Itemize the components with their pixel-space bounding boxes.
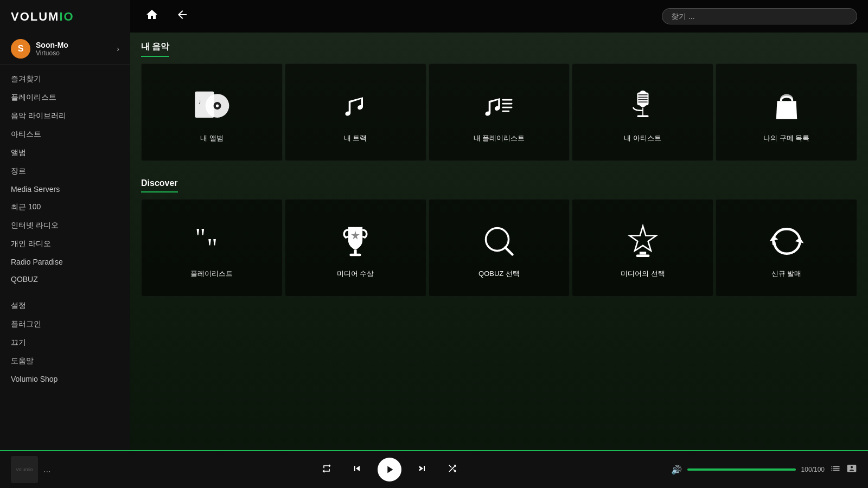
svg-text:♩: ♩ — [199, 99, 201, 105]
svg-rect-16 — [642, 108, 643, 117]
queue-button[interactable] — [830, 463, 841, 477]
card-new-releases-label: 신규 발매 — [771, 269, 802, 279]
player-bar: Volumio ... — [0, 450, 868, 488]
svg-point-3 — [216, 104, 219, 107]
svg-rect-6 — [502, 99, 512, 101]
svg-text:": " — [207, 233, 218, 260]
section-discover: Discover " " 플레이리스트 — [130, 170, 868, 305]
sidebar: VOLUMIO S Soon-Mo Virtuoso › 즐겨찾기 플레이리스트… — [0, 0, 130, 488]
content-area: 내 음악 ♩ 내 앨범 — [130, 33, 868, 488]
sidebar-item-recent-100[interactable]: 최근 100 — [0, 198, 130, 216]
volume-icon: 🔊 — [671, 465, 682, 475]
svg-marker-25 — [629, 226, 656, 251]
play-button[interactable] — [378, 458, 401, 481]
card-my-tracks[interactable]: 내 트랙 — [285, 63, 426, 161]
card-purchase-list[interactable]: 나의 구메 목록 — [716, 63, 857, 161]
search-input[interactable] — [662, 8, 857, 24]
sidebar-item-radio-paradise[interactable]: Radio Paradise — [0, 253, 130, 271]
svg-rect-9 — [502, 111, 509, 112]
svg-rect-21 — [350, 254, 361, 256]
card-qobuz-selection-label: QOBUZ 선택 — [478, 269, 520, 279]
card-media-awards-label: 미디어 수상 — [337, 269, 374, 279]
shuffle-button[interactable] — [443, 461, 462, 479]
volume-label: 100/100 — [801, 466, 825, 473]
user-expand-icon: › — [117, 44, 119, 53]
player-controls — [108, 458, 671, 481]
sidebar-item-plugins[interactable]: 플러그인 — [0, 315, 130, 333]
svg-text:": " — [195, 223, 206, 252]
sidebar-item-internet-radio[interactable]: 인터넷 라디오 — [0, 216, 130, 235]
svg-rect-8 — [502, 107, 512, 108]
svg-line-24 — [505, 247, 512, 254]
ellipsis-button[interactable]: ... — [43, 465, 50, 474]
sidebar-item-personal-radio[interactable]: 개인 라디오 — [0, 235, 130, 253]
app-logo: VOLUMIO — [0, 0, 130, 34]
sidebar-item-settings[interactable]: 설정 — [0, 297, 130, 315]
next-button[interactable] — [412, 461, 432, 479]
card-my-playlists-label: 내 플레이리스트 — [474, 133, 525, 143]
sidebar-nav: 즐겨찾기 플레이리스트 음악 라이브러리 아티스트 앨범 장르 Media Se… — [0, 70, 130, 488]
discover-grid: " " 플레이리스트 — [141, 199, 857, 297]
sidebar-item-favorites[interactable]: 즐겨찾기 — [0, 70, 130, 88]
svg-rect-15 — [638, 101, 648, 102]
sidebar-item-media-servers[interactable]: Media Servers — [0, 181, 130, 198]
card-purchase-list-label: 나의 구메 목록 — [763, 133, 809, 143]
sidebar-item-shutdown[interactable]: 끄기 — [0, 333, 130, 352]
player-right: 🔊 100/100 — [671, 463, 857, 477]
player-thumbnail: Volumio — [11, 456, 38, 483]
sidebar-item-shop[interactable]: Volumio Shop — [0, 370, 130, 388]
card-my-albums[interactable]: ♩ 내 앨범 — [141, 63, 283, 161]
card-editors-choice[interactable]: 미디어의 선택 — [572, 199, 713, 297]
svg-rect-26 — [640, 252, 646, 254]
card-my-playlists[interactable]: 내 플레이리스트 — [429, 63, 570, 161]
home-button[interactable] — [141, 6, 163, 27]
user-level: Virtuoso — [36, 49, 117, 57]
svg-rect-13 — [638, 97, 648, 98]
user-profile[interactable]: S Soon-Mo Virtuoso › — [0, 34, 130, 65]
my-music-grid: ♩ 내 앨범 내 트랙 — [141, 63, 857, 161]
svg-rect-7 — [502, 103, 512, 105]
section-discover-title: Discover — [141, 178, 178, 192]
svg-rect-14 — [638, 99, 648, 100]
sidebar-item-music-library[interactable]: 음악 라이브러리 — [0, 107, 130, 125]
card-my-albums-label: 내 앨범 — [200, 133, 224, 143]
card-media-awards[interactable]: 미디어 수상 — [285, 199, 426, 297]
sidebar-item-qobuz[interactable]: QOBUZ — [0, 271, 130, 288]
sidebar-item-albums[interactable]: 앨범 — [0, 144, 130, 162]
svg-rect-27 — [636, 255, 650, 257]
card-my-tracks-label: 내 트랙 — [344, 133, 367, 143]
card-my-artists[interactable]: 내 아티스트 — [572, 63, 713, 161]
section-my-music-title: 내 음악 — [141, 41, 169, 57]
avatar: S — [11, 39, 30, 59]
card-my-artists-label: 내 아티스트 — [624, 133, 661, 143]
card-new-releases[interactable]: 신규 발매 — [716, 199, 857, 297]
svg-rect-4 — [195, 92, 214, 118]
sidebar-item-artists[interactable]: 아티스트 — [0, 125, 130, 144]
topbar — [130, 0, 868, 33]
prev-button[interactable] — [347, 461, 367, 479]
logo-accent: IO — [59, 10, 74, 23]
sidebar-item-help[interactable]: 도움말 — [0, 352, 130, 370]
back-button[interactable] — [171, 6, 193, 27]
section-my-music: 내 음악 ♩ 내 앨범 — [130, 33, 868, 170]
volume-fill — [687, 468, 796, 471]
card-qobuz-selection[interactable]: QOBUZ 선택 — [429, 199, 570, 297]
device-button[interactable] — [846, 463, 857, 477]
sidebar-item-playlists[interactable]: 플레이리스트 — [0, 88, 130, 107]
user-name: Soon-Mo — [36, 41, 117, 49]
repeat-button[interactable] — [317, 461, 336, 479]
sidebar-item-genres[interactable]: 장르 — [0, 162, 130, 181]
card-discover-playlist[interactable]: " " 플레이리스트 — [141, 199, 283, 297]
main-area: 내 음악 ♩ 내 앨범 — [130, 0, 868, 488]
card-editors-choice-label: 미디어의 선택 — [621, 269, 665, 279]
volumio-label: Volumio — [16, 467, 33, 473]
svg-rect-12 — [638, 94, 648, 95]
volume-slider[interactable] — [687, 468, 796, 471]
card-discover-playlist-label: 플레이리스트 — [190, 269, 233, 279]
svg-rect-17 — [637, 115, 648, 118]
